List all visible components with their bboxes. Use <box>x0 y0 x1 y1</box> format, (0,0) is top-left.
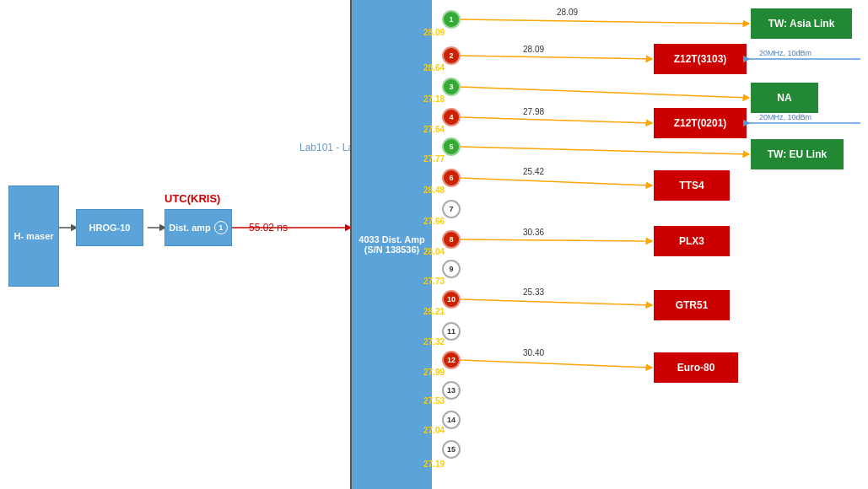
power-4: 27.64 <box>423 125 445 134</box>
power-8: 28.04 <box>423 247 445 256</box>
svg-text:28.09: 28.09 <box>557 8 578 17</box>
port-13: 13 <box>442 381 461 400</box>
utc-label: UTC(KRIS) <box>164 192 220 205</box>
port-6: 6 <box>442 169 461 187</box>
port-11: 11 <box>442 322 461 341</box>
svg-line-19 <box>460 299 652 305</box>
svg-text:27.98: 27.98 <box>523 107 544 116</box>
dist-amp-main-box: 4033 Dist. Amp (S/N 138536) <box>352 0 432 489</box>
svg-text:30.36: 30.36 <box>523 228 544 237</box>
dist-amp-small-port: 1 <box>214 221 228 234</box>
port-5: 5 <box>442 137 461 156</box>
dist-amp-small-label: Dist. amp <box>169 223 211 233</box>
power-6: 28.48 <box>423 185 445 195</box>
svg-line-5 <box>460 56 652 59</box>
svg-line-17 <box>460 239 652 241</box>
port-3: 3 <box>442 78 461 96</box>
power-2: 28.64 <box>423 63 445 73</box>
power-11: 27.32 <box>423 337 445 347</box>
svg-line-21 <box>460 360 652 368</box>
power-12: 27.99 <box>423 368 445 377</box>
power-3: 27.18 <box>423 94 445 104</box>
power-9: 27.73 <box>423 277 445 286</box>
output-z12t-3103: Z12T(3103) <box>654 44 747 74</box>
power-5: 27.77 <box>423 154 445 164</box>
svg-text:30.40: 30.40 <box>523 348 544 357</box>
hrog-box: HROG-10 <box>76 209 143 246</box>
output-euro80: Euro-80 <box>654 352 738 383</box>
svg-text:25.33: 25.33 <box>523 287 544 297</box>
power-15: 27.19 <box>423 459 445 469</box>
hrog-label: HROG-10 <box>89 223 131 233</box>
output-z12t-0201: Z12T(0201) <box>654 108 747 138</box>
port-1: 1 <box>442 10 461 29</box>
power-1: 28.09 <box>423 28 445 37</box>
diagram-container: H- maser HROG-10 Dist. amp 1 UTC(KRIS) 5… <box>0 0 868 489</box>
output-gtr51: GTR51 <box>654 290 730 320</box>
svg-line-3 <box>460 19 749 24</box>
output-na: NA <box>751 83 818 113</box>
svg-line-14 <box>460 147 749 154</box>
svg-text:20MHz, 10dBm: 20MHz, 10dBm <box>759 113 811 121</box>
power-14: 27.04 <box>423 426 445 435</box>
port-8: 8 <box>442 230 461 249</box>
output-tts4: TTS4 <box>654 170 730 201</box>
ns-label: 55.02 ns <box>249 222 288 234</box>
svg-text:20MHz, 10dBm: 20MHz, 10dBm <box>759 49 811 57</box>
dist-amp-small-box: Dist. amp 1 <box>164 209 232 246</box>
power-10: 28.21 <box>423 307 445 316</box>
h-maser-label: H- maser <box>13 231 53 241</box>
svg-text:25.42: 25.42 <box>523 167 544 176</box>
svg-line-15 <box>460 178 652 185</box>
port-14: 14 <box>442 411 461 429</box>
h-maser-box: H- maser <box>8 185 59 287</box>
svg-text:28.09: 28.09 <box>523 45 544 54</box>
port-7: 7 <box>442 200 461 218</box>
port-4: 4 <box>442 108 461 126</box>
output-tw-asia: TW: Asia Link <box>751 8 852 39</box>
port-15: 15 <box>442 440 461 459</box>
port-10: 10 <box>442 290 461 309</box>
power-7: 27.66 <box>423 217 445 226</box>
port-2: 2 <box>442 46 461 65</box>
output-plx3: PLX3 <box>654 226 730 256</box>
svg-line-10 <box>460 117 652 123</box>
output-tw-eu: TW: EU Link <box>751 139 844 169</box>
power-13: 27.53 <box>423 396 445 406</box>
dist-amp-main-label: 4033 Dist. Amp (S/N 138536) <box>359 234 425 255</box>
svg-line-9 <box>460 87 749 98</box>
port-12: 12 <box>442 351 461 369</box>
port-9: 9 <box>442 260 461 278</box>
